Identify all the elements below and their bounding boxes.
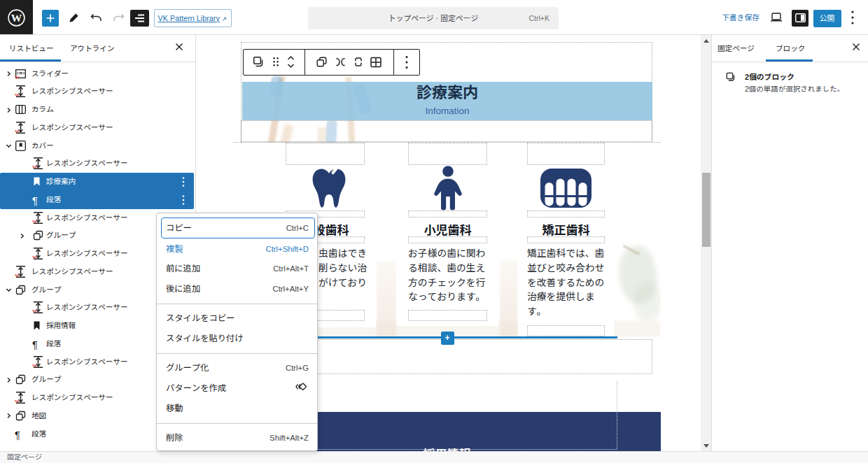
svg-text:W: W [15,399,20,404]
svg-text:W: W [15,75,20,80]
svg-text:W: W [32,255,37,260]
svg-text:W: W [32,308,37,314]
svg-text:W: W [32,363,37,369]
svg-text:W: W [32,164,37,170]
svg-text:W: W [15,273,20,278]
svg-text:W: W [15,92,20,98]
svg-text:W: W [15,129,20,134]
svg-text:W: W [11,12,22,24]
svg-text:W: W [32,219,37,225]
